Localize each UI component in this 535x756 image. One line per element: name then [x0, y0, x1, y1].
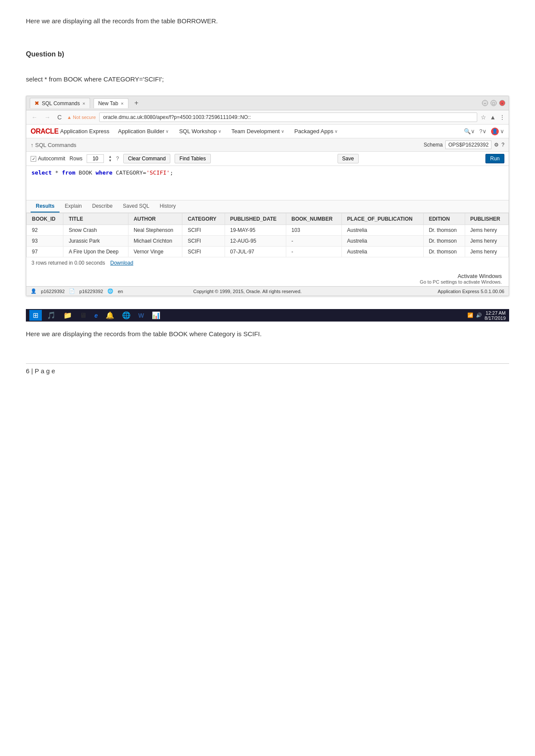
cell-edition: Dr. thomson	[423, 236, 465, 247]
rows-input[interactable]	[87, 154, 104, 163]
search-menu-button[interactable]: 🔍∨	[464, 128, 475, 134]
minimize-button[interactable]: −	[482, 100, 488, 106]
user-menu-button[interactable]: 👤∨	[491, 128, 504, 135]
taskbar-music[interactable]: 🎵	[44, 310, 58, 321]
run-button[interactable]: Run	[485, 154, 504, 163]
taskbar-excel[interactable]: 📊	[149, 310, 163, 321]
tab-explain[interactable]: Explain	[59, 200, 87, 212]
profile-icon[interactable]: ▲	[490, 114, 496, 121]
tab-new[interactable]: New Tab ×	[94, 98, 128, 108]
autocommit-label: Autocommit	[31, 156, 65, 162]
username-1: p16229392	[41, 289, 65, 294]
tab-close-new[interactable]: ×	[121, 101, 123, 106]
cell-book-id: 97	[27, 247, 63, 257]
cell-category: SCIFI	[182, 247, 225, 257]
schema-section: Schema OPS$P16229392 ⚙ ?	[424, 141, 504, 149]
globe-icon: 🌐	[107, 288, 113, 294]
rows-spinner[interactable]: ▲▼	[108, 155, 112, 162]
table-row: 93 Jurassic Park Michael Crichton SCIFI …	[27, 236, 509, 247]
cell-book-number: -	[286, 247, 342, 257]
tab-describe[interactable]: Describe	[87, 200, 118, 212]
settings-icon[interactable]: ⚙	[494, 142, 499, 148]
rows-returned-text: 3 rows returned in 0.00 seconds	[31, 260, 105, 266]
sql-keyword-select: select	[31, 169, 52, 176]
tab-results[interactable]: Results	[31, 200, 59, 212]
tab-sql-commands[interactable]: ✖ SQL Commands ×	[30, 98, 90, 108]
refresh-button[interactable]: C	[56, 113, 63, 122]
cell-place: Austrelia	[342, 247, 424, 257]
download-link[interactable]: Download	[110, 260, 133, 266]
menu-packaged-apps[interactable]: Packaged Apps ∨	[293, 127, 339, 135]
close-button[interactable]: ×	[499, 100, 505, 106]
col-category: CATEGORY	[182, 213, 225, 225]
forward-button[interactable]: →	[43, 113, 52, 122]
help-menu-button[interactable]: ?∨	[479, 128, 487, 134]
sql-page-label: SQL Commands	[35, 142, 77, 148]
cell-published-date: 07-JUL-97	[225, 247, 286, 257]
sql-editor[interactable]: select * from BOOK where CATEGORY='SCIFI…	[26, 166, 509, 200]
oracle-brand: ORACLE	[31, 128, 59, 135]
packaged-apps-arrow: ∨	[335, 129, 338, 134]
save-button[interactable]: Save	[338, 154, 359, 163]
tab-history[interactable]: History	[154, 200, 181, 212]
taskbar-monitor[interactable]: 🖥	[77, 310, 89, 321]
tab-add-button[interactable]: +	[132, 98, 141, 108]
taskbar-word[interactable]: W	[136, 311, 147, 320]
question-label: Question b)	[26, 50, 509, 58]
bottom-status-bar: 👤 p16229392 📄 p16229392 🌐 en Copyright ©…	[26, 286, 509, 296]
sql-page-title: ↑ SQL Commands	[31, 142, 76, 148]
col-title: TITLE	[63, 213, 128, 225]
intro-text: Here we are displaying all the records f…	[26, 17, 509, 25]
results-tabs: Results Explain Describe Saved SQL Histo…	[26, 200, 509, 213]
cell-book-number: 103	[286, 225, 342, 236]
start-button[interactable]: ⊞	[29, 310, 42, 321]
app-menubar: ORACLE Application Express Application B…	[26, 125, 509, 138]
taskbar-browser[interactable]: e	[92, 311, 100, 320]
menu-app-builder[interactable]: Application Builder ∨	[116, 127, 171, 135]
tab-close-sql[interactable]: ×	[82, 101, 85, 106]
clear-command-button[interactable]: Clear Command	[123, 154, 170, 163]
app-version: Application Express 5.0.1.00.06	[438, 289, 504, 294]
oracle-logo: ORACLE Application Express	[31, 128, 110, 135]
tab-new-label: New Tab	[98, 100, 118, 106]
taskbar-globe[interactable]: 🌐	[119, 310, 133, 321]
copyright-text: Copyright © 1999, 2015, Oracle. All righ…	[193, 289, 301, 294]
col-place-of-publication: PLACE_OF_PUBLICATION	[342, 213, 424, 225]
question-icon[interactable]: ?	[116, 156, 119, 162]
sql-code: select * from BOOK where CATEGORY='SCIFI…	[31, 169, 504, 176]
menu-sql-workshop[interactable]: SQL Workshop ∨	[177, 127, 222, 135]
col-author: AUTHOR	[128, 213, 182, 225]
sql-page-bar: ↑ SQL Commands Schema OPS$P16229392 ⚙ ?	[26, 138, 509, 152]
address-bar: ← → C ▲ Not secure ☆ ▲ ⋮	[26, 110, 509, 125]
cell-published-date: 12-AUG-95	[225, 236, 286, 247]
schema-text-label: Schema	[424, 142, 443, 148]
address-input[interactable]	[99, 112, 477, 122]
taskbar-folder[interactable]: 📁	[61, 310, 75, 321]
word-icon: W	[138, 312, 144, 319]
cell-category: SCIFI	[182, 236, 225, 247]
page-icon: 📄	[69, 288, 75, 294]
security-badge: ▲ Not secure	[67, 115, 96, 120]
maximize-button[interactable]: □	[491, 100, 497, 106]
menu-team-dev[interactable]: Team Development ∨	[230, 127, 286, 135]
back-button[interactable]: ←	[30, 113, 39, 122]
sql-table: BOOK	[79, 169, 96, 176]
results-table-wrap: BOOK_ID TITLE AUTHOR CATEGORY PUBLISHED_…	[26, 213, 509, 257]
browser-window: ✖ SQL Commands × New Tab × + − □ × ← → C…	[26, 96, 509, 296]
cell-book-id: 92	[27, 225, 63, 236]
sql-keyword-from: from	[62, 169, 75, 176]
user-icon-1: 👤	[31, 288, 37, 294]
autocommit-checkbox[interactable]	[31, 156, 36, 162]
bookmark-star-icon[interactable]: ☆	[481, 114, 486, 121]
sql-statement: select * from BOOK where CATEGORY='SCIFI…	[26, 75, 509, 83]
find-tables-button[interactable]: Find Tables	[175, 154, 210, 163]
rows-info: 3 rows returned in 0.00 seconds Download	[26, 257, 509, 269]
cell-edition: Dr. thomson	[423, 247, 465, 257]
more-options-icon[interactable]: ⋮	[499, 114, 505, 121]
taskbar-notification[interactable]: 🔔	[103, 310, 117, 321]
app-builder-label: Application Builder	[118, 128, 165, 134]
globe-taskbar-icon: 🌐	[122, 311, 131, 319]
tab-saved-sql[interactable]: Saved SQL	[118, 200, 154, 212]
team-dev-arrow: ∨	[281, 129, 284, 134]
help-icon[interactable]: ?	[501, 142, 504, 148]
